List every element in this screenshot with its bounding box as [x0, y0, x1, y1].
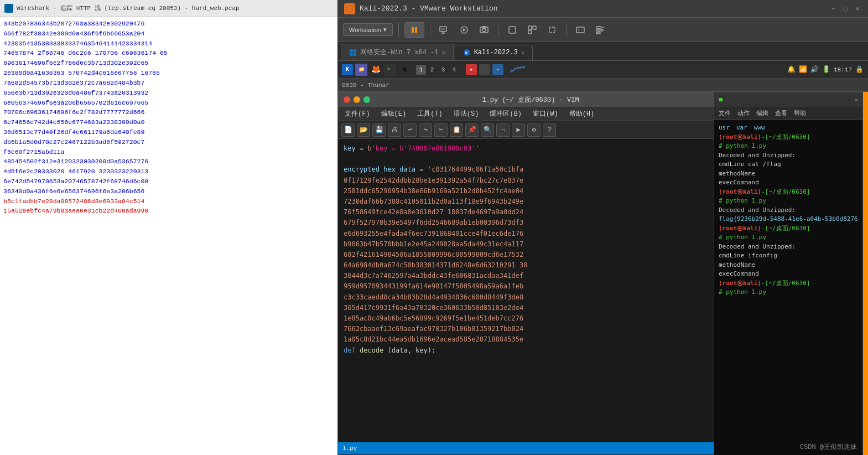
vim-new-btn[interactable]: 📄	[341, 123, 355, 137]
snapshot-button[interactable]	[476, 22, 492, 38]
workstation-dropdown[interactable]: Workstation ▾	[343, 23, 393, 36]
vim-debug-btn[interactable]: ⚙	[527, 123, 540, 137]
vim-run-btn[interactable]: ▶	[512, 123, 525, 137]
vmware-logo-icon	[344, 3, 355, 14]
wireshark-icon	[4, 4, 13, 13]
vim-menubar: 文件(F)编辑(E)工具(T)语法(S)缓冲区(B)窗口(W)帮助(H)	[338, 107, 719, 121]
pause-button[interactable]	[404, 22, 424, 38]
browser-icon[interactable]: 🦊	[370, 64, 382, 76]
tab-kali[interactable]: K Kali-2022.3 ✕	[455, 45, 533, 60]
vim-maximize-btn[interactable]	[363, 96, 370, 103]
fullscreen-button[interactable]	[504, 22, 521, 38]
terminal-prompt-line: (root㉿kali)-[~/桌面/0630]	[719, 224, 858, 234]
terminal-output-line: execCommand	[719, 178, 858, 188]
vim-menu-item[interactable]: 语法(S)	[451, 108, 481, 120]
hex-data-line: 69636174696f6e2f786d6c3b713d302e392c65	[3, 58, 334, 68]
hex-data-line: 6e742d547970653a20746578742f68746d6c00	[3, 177, 334, 187]
vim-encrypted-line: encrypted_hex_data = 'c031764499c06f1a50…	[344, 164, 713, 175]
terminal-cmd-line: # python 1.py	[719, 197, 858, 206]
vim-find-btn[interactable]: 🔍	[481, 123, 494, 137]
close-button[interactable]: ✕	[854, 5, 861, 13]
vim-menu-item[interactable]: 缓冲区(B)	[487, 108, 524, 120]
workspace-3[interactable]: 3	[438, 65, 448, 75]
terminal-button[interactable]: >_	[572, 22, 589, 38]
tab-win7[interactable]: 网络安全-Win 7 x64 -1 ✕	[341, 44, 454, 60]
vim-help-btn[interactable]: ?	[543, 123, 556, 137]
kali-settings-icon[interactable]: ⚙	[398, 64, 410, 76]
vim-menu-item[interactable]: 帮助(H)	[567, 108, 597, 120]
vim-open-btn[interactable]: 📂	[357, 123, 370, 137]
vim-copy-btn[interactable]: 📋	[450, 123, 463, 137]
hex-data-line: 485454502f312e3120323030200d0a53657276	[3, 157, 334, 167]
workspace-2[interactable]: 2	[427, 65, 437, 75]
thunar-bar: 0630 - Thunar	[337, 79, 868, 92]
terminal-dir-tree: usrvarwww	[719, 123, 858, 133]
vim-paste-btn[interactable]: 📌	[465, 123, 479, 137]
wireshark-content: 343b207836343b2072763a38342e302920476666…	[0, 17, 337, 455]
hex-data-line: 15a528ebfc4a79b03aea0e31cb22d460ada998	[3, 206, 334, 216]
vim-save-btn[interactable]: 💾	[372, 123, 386, 137]
vim-menu-item[interactable]: 编辑(E)	[379, 108, 409, 120]
terminal-title-icon: ■	[719, 96, 723, 104]
settings-button[interactable]	[592, 22, 609, 38]
svg-rect-12	[528, 26, 532, 29]
terminal-menu-item[interactable]: 动作	[737, 109, 750, 117]
vim-menu-item[interactable]: 文件(F)	[342, 108, 372, 120]
workspace-1[interactable]: 1	[416, 65, 426, 75]
vim-code-area[interactable]: key = b'key = b'748007e861908c03'' encry…	[338, 139, 719, 442]
terminal-menu-item[interactable]: 帮助	[794, 109, 806, 117]
icon-6[interactable]	[479, 64, 490, 75]
svg-rect-2	[415, 27, 417, 33]
minimize-button[interactable]: －	[829, 5, 837, 13]
vim-code-line: 64a6984db0a674c50b383014371d6248e6d63210…	[344, 260, 713, 271]
unity-mode-button[interactable]	[524, 22, 540, 38]
svg-text:>_: >_	[578, 28, 582, 33]
hex-data-line: 36340d0a436f6e6e656374696f6e3a206b656	[3, 187, 334, 197]
vim-menu-item[interactable]: 工具(T)	[415, 108, 445, 120]
tab-kali-close[interactable]: ✕	[521, 49, 524, 56]
terminal-cmd-line: # python 1.py	[719, 288, 858, 297]
windows-icon	[349, 49, 357, 56]
hex-data-line: 4d6f6e2c20333020 4617920 3230323220313	[3, 167, 334, 177]
vim-close-btn[interactable]	[344, 96, 350, 103]
vim-code-line: 1a05c8d21bc44ea5db1696e2acead585e2071888…	[344, 334, 713, 345]
vim-replace-btn[interactable]: →	[496, 123, 510, 137]
hex-data-line: 6e656374696f6e3a206b6565702d616c697665	[3, 98, 334, 108]
network-graph-icon	[509, 65, 526, 75]
terminal-menu-item[interactable]: 编辑	[756, 109, 768, 117]
vim-undo-btn[interactable]: ↩	[403, 123, 417, 137]
send-ctrl-alt-del-button[interactable]	[436, 22, 453, 38]
svg-rect-25	[350, 53, 353, 56]
maximize-button[interactable]: □	[841, 5, 849, 13]
vim-menu-item[interactable]: 窗口(W)	[531, 108, 560, 120]
terminal-task-icon[interactable]: >	[384, 64, 396, 76]
kali-dragon-icon[interactable]: K	[342, 64, 353, 75]
vim-code-line: 2581ddc65290954b38e66b9169a521b2d8b452fc…	[344, 186, 713, 197]
app-icons-right: ● ▪	[466, 64, 503, 75]
wireshark-titlebar: Wireshark · 追踪 HTTP 流 (tcp.stream eq 200…	[0, 0, 337, 17]
vim-statusbar: 1.py	[338, 442, 719, 454]
terminal-window: ■ ✕ 文件动作编辑查看帮助 usrvarwww(root㉿kali)-[~/桌…	[714, 92, 863, 455]
svg-rect-24	[354, 49, 357, 53]
kali-notification-icon: 🔔	[787, 65, 796, 74]
terminal-menu-item[interactable]: 查看	[775, 109, 787, 117]
vim-code-line: 7662cbaaef13c69aeafac978327b106b81359217…	[344, 324, 713, 334]
terminal-menu-item[interactable]: 文件	[719, 109, 731, 117]
vim-cut-btn[interactable]: ✂	[434, 123, 448, 137]
vim-print-btn[interactable]: 🖨	[388, 123, 401, 137]
vim-title-text: 1.py (~/ 桌面/0630) - VIM	[482, 95, 579, 105]
kali-right-bar: 🔔 📶 🔊 🔋 18:17 🔒	[787, 65, 864, 74]
vim-redo-btn[interactable]: ↪	[419, 123, 432, 137]
tab-win7-close[interactable]: ✕	[442, 49, 445, 56]
file-manager-icon[interactable]: 📁	[355, 64, 367, 76]
icon-7[interactable]: ▪	[492, 64, 503, 75]
resume-button[interactable]	[456, 22, 472, 38]
workspace-4[interactable]: 4	[449, 65, 459, 75]
terminal-output-line: cmdLine ifconfig	[719, 251, 858, 261]
terminal-prompt-line: (root㉿kali)-[~/桌面/0630]	[719, 279, 858, 288]
terminal-prompt-line: (root㉿kali)-[~/桌面/0630]	[719, 133, 858, 142]
terminal-close-icon[interactable]: ✕	[854, 96, 858, 104]
vim-minimize-btn[interactable]	[354, 96, 360, 103]
icon-5[interactable]: ●	[466, 64, 477, 75]
no-border-button[interactable]	[544, 22, 560, 38]
